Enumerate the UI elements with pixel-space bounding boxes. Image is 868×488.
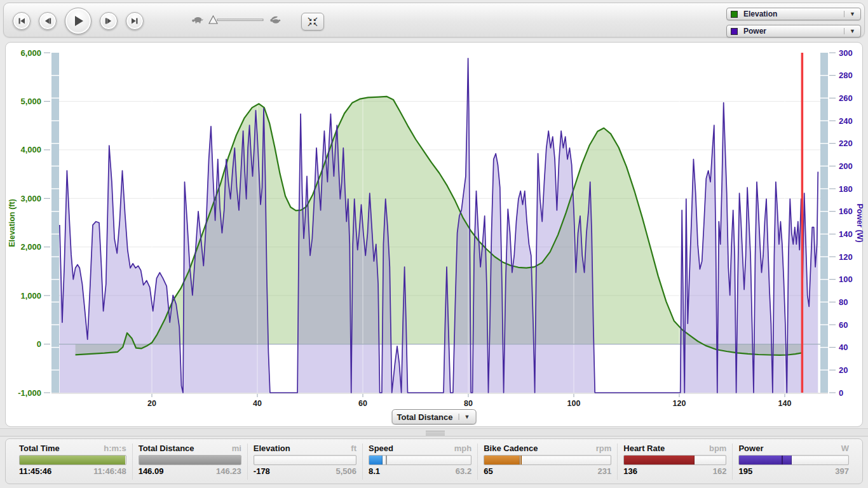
metric-label: Power bbox=[738, 444, 763, 453]
skip-to-start-button[interactable] bbox=[13, 12, 31, 30]
rabbit-icon bbox=[269, 15, 281, 27]
metric-bar-marker bbox=[386, 456, 387, 464]
step-forward-icon bbox=[104, 17, 113, 25]
ride-chart[interactable]: 6,0005,0004,0003,0002,0001,0000-1,000300… bbox=[6, 43, 864, 425]
elevation-axis-title: Elevation (ft) bbox=[8, 199, 17, 247]
metric-field-bike-cadence: Bike Cadence rpm 65 231 bbox=[477, 444, 617, 480]
elevation-axis-tick: -1,000 bbox=[18, 388, 41, 398]
elevation-axis-tick: 1,000 bbox=[20, 291, 41, 301]
power-axis-tick: 140 bbox=[839, 229, 853, 239]
metric-bar-marker bbox=[782, 456, 783, 464]
power-axis-tick: 300 bbox=[839, 48, 853, 58]
step-forward-button[interactable] bbox=[100, 12, 118, 30]
speed-slider-handle bbox=[209, 16, 217, 24]
power-axis-tick: 220 bbox=[839, 139, 853, 148]
playback-speed-slider[interactable] bbox=[208, 14, 264, 28]
metric-current-value: 8.1 bbox=[369, 466, 380, 476]
power-axis-tick: 180 bbox=[839, 184, 853, 194]
power-axis-tick: 100 bbox=[839, 274, 853, 284]
metric-bar-fill bbox=[739, 456, 791, 464]
playback-controls bbox=[13, 3, 144, 38]
metric-current-value: 195 bbox=[738, 466, 752, 476]
power-axis-tick: 20 bbox=[839, 365, 848, 375]
metric-unit: W bbox=[841, 444, 849, 453]
metric-bar-fill bbox=[624, 456, 695, 464]
x-axis-metric-label: Total Distance bbox=[397, 412, 453, 422]
power-axis-tick: 0 bbox=[839, 388, 843, 398]
chevron-down-icon[interactable]: ▼ bbox=[844, 28, 857, 34]
distance-axis-tick: 20 bbox=[147, 399, 156, 408]
metric-unit: h:m:s bbox=[104, 444, 126, 453]
elevation-axis-tick: 6,000 bbox=[20, 48, 41, 58]
panel-splitter[interactable] bbox=[0, 428, 868, 437]
playback-toolbar: ↘↙↗↖ Elevation ▼ Power ▼ bbox=[3, 3, 865, 37]
metric-current-value: 146.09 bbox=[139, 466, 164, 476]
metric-current-value: 136 bbox=[623, 466, 637, 476]
power-axis-tick: 160 bbox=[839, 207, 853, 216]
power-axis-tick: 80 bbox=[839, 297, 848, 307]
skip-to-end-button[interactable] bbox=[126, 12, 144, 30]
metric-label: Elevation bbox=[254, 444, 290, 453]
metric-bar-fill bbox=[369, 456, 383, 464]
metric-bar bbox=[19, 455, 126, 465]
collapse-view-button[interactable]: ↘↙↗↖ bbox=[301, 13, 324, 30]
metric-field-total-time: Total Time h:m:s 11:45:46 11:46:48 bbox=[13, 444, 132, 480]
power-axis-title: Power (W) bbox=[855, 203, 864, 242]
elevation-axis-tick: 4,000 bbox=[20, 145, 41, 154]
right-scroll-strip[interactable] bbox=[820, 53, 828, 393]
power-axis-tick: 260 bbox=[839, 93, 853, 103]
play-icon bbox=[71, 14, 85, 28]
x-axis-metric-button[interactable]: Total Distance ▼ bbox=[392, 409, 477, 424]
metric-bar bbox=[254, 455, 356, 465]
metric-max-value: 162 bbox=[713, 466, 727, 476]
metric-bar-fill bbox=[139, 456, 241, 464]
series-selector-power[interactable]: Power ▼ bbox=[726, 25, 861, 37]
splitter-grip-icon[interactable] bbox=[426, 431, 445, 435]
chevron-down-icon[interactable]: ▼ bbox=[844, 11, 857, 17]
skip-to-end-icon bbox=[130, 17, 139, 25]
metric-bar bbox=[738, 455, 849, 465]
ride-chart-panel: 6,0005,0004,0003,0002,0001,0000-1,000300… bbox=[5, 42, 863, 427]
distance-axis-tick: 80 bbox=[464, 399, 473, 408]
metric-bar bbox=[139, 455, 241, 465]
collapse-arrows-icon: ↘↙↗↖ bbox=[307, 17, 318, 27]
power-selector-label: Power bbox=[743, 27, 766, 36]
metric-label: Heart Rate bbox=[623, 444, 665, 453]
step-back-button[interactable] bbox=[39, 12, 57, 30]
metrics-panel: Total Time h:m:s 11:45:46 11:46:48 Total… bbox=[5, 438, 863, 484]
metric-unit: mi bbox=[232, 444, 241, 453]
distance-axis-tick: 120 bbox=[673, 399, 686, 408]
distance-axis-tick: 60 bbox=[358, 399, 367, 408]
distance-axis-tick: 100 bbox=[567, 399, 581, 408]
power-axis-tick: 280 bbox=[839, 71, 853, 80]
elevation-series-swatch bbox=[731, 11, 738, 18]
elevation-axis-tick: 0 bbox=[37, 339, 41, 349]
metric-unit: bpm bbox=[709, 444, 726, 453]
left-scroll-strip[interactable] bbox=[51, 53, 59, 393]
step-back-icon bbox=[43, 17, 52, 25]
metric-bar-fill bbox=[484, 456, 520, 464]
power-series-swatch bbox=[731, 28, 738, 35]
metric-max-value: 231 bbox=[598, 466, 612, 476]
power-axis-tick: 40 bbox=[839, 342, 848, 352]
power-axis-tick: 240 bbox=[839, 116, 853, 126]
metric-label: Speed bbox=[369, 444, 393, 453]
metric-max-value: 146.23 bbox=[216, 466, 241, 476]
metric-bar bbox=[623, 455, 726, 465]
metric-max-value: 11:46:48 bbox=[93, 466, 126, 476]
metric-bar-fill bbox=[20, 456, 125, 464]
distance-axis-tick: 140 bbox=[778, 399, 792, 408]
distance-axis-tick: 40 bbox=[253, 399, 262, 408]
metric-field-total-distance: Total Distance mi 146.09 146.23 bbox=[132, 444, 247, 480]
metric-field-elevation: Elevation ft -178 5,506 bbox=[247, 444, 362, 480]
series-selector-elevation[interactable]: Elevation ▼ bbox=[726, 8, 861, 20]
metric-field-power: Power W 195 397 bbox=[732, 444, 855, 480]
power-axis-tick: 200 bbox=[839, 161, 853, 171]
elevation-axis-tick: 3,000 bbox=[20, 194, 41, 203]
metric-max-value: 397 bbox=[835, 466, 849, 476]
elevation-axis-tick: 5,000 bbox=[20, 97, 41, 106]
metric-max-value: 63.2 bbox=[456, 466, 471, 476]
elevation-selector-label: Elevation bbox=[743, 10, 777, 18]
metric-bar bbox=[369, 455, 471, 465]
play-button[interactable] bbox=[65, 8, 92, 34]
